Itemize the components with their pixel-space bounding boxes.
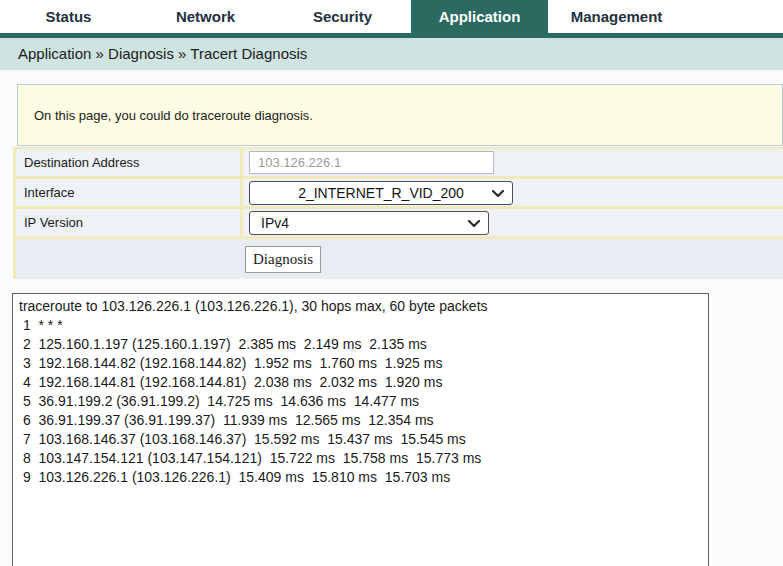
button-row: Diagnosis — [16, 239, 783, 279]
interface-label: Interface — [16, 185, 240, 200]
chevron-down-icon — [468, 220, 480, 228]
traceroute-output[interactable]: traceroute to 103.126.226.1 (103.126.226… — [12, 293, 709, 566]
info-text: On this page, you could do traceroute di… — [34, 108, 313, 123]
output-line: 7 103.168.146.37 (103.168.146.37) 15.592… — [19, 430, 702, 449]
form-row-interface: Interface 2_INTERNET_R_VID_200 — [16, 179, 783, 209]
output-line: 8 103.147.154.121 (103.147.154.121) 15.7… — [19, 449, 702, 468]
tab-application[interactable]: Application — [411, 0, 548, 38]
tab-status[interactable]: Status — [0, 0, 137, 33]
chevron-down-icon — [492, 190, 504, 198]
output-line: 9 103.126.226.1 (103.126.226.1) 15.409 m… — [19, 468, 702, 487]
diagnosis-form: Destination Address Interface 2_INTERNET… — [13, 147, 783, 279]
output-line: 4 192.168.144.81 (192.168.144.81) 2.038 … — [19, 373, 702, 392]
output-line: 5 36.91.199.2 (36.91.199.2) 14.725 ms 14… — [19, 392, 702, 411]
output-line: 6 36.91.199.37 (36.91.199.37) 11.939 ms … — [19, 411, 702, 430]
ip-version-selected-value: IPv4 — [250, 215, 289, 231]
form-row-ip-version: IP Version IPv4 — [16, 209, 783, 239]
output-line: 1 * * * — [19, 316, 702, 335]
interface-select[interactable]: 2_INTERNET_R_VID_200 — [249, 181, 513, 205]
tab-network[interactable]: Network — [137, 0, 274, 33]
diagnosis-button[interactable]: Diagnosis — [245, 246, 321, 273]
destination-address-label: Destination Address — [16, 155, 240, 170]
ip-version-select[interactable]: IPv4 — [249, 211, 489, 235]
destination-address-input[interactable] — [249, 151, 494, 174]
tab-management[interactable]: Management — [548, 0, 685, 33]
output-line: 3 192.168.144.82 (192.168.144.82) 1.952 … — [19, 354, 702, 373]
info-box: On this page, you could do traceroute di… — [17, 84, 783, 146]
output-line: 2 125.160.1.197 (125.160.1.197) 2.385 ms… — [19, 335, 702, 354]
output-line: traceroute to 103.126.226.1 (103.126.226… — [19, 297, 702, 316]
breadcrumb: Application » Diagnosis » Tracert Diagno… — [0, 38, 783, 70]
ip-version-label: IP Version — [16, 215, 240, 230]
tab-security[interactable]: Security — [274, 0, 411, 33]
interface-selected-value: 2_INTERNET_R_VID_200 — [298, 185, 464, 201]
form-row-destination: Destination Address — [16, 149, 783, 179]
top-nav: Status Network Security Application Mana… — [0, 0, 783, 38]
